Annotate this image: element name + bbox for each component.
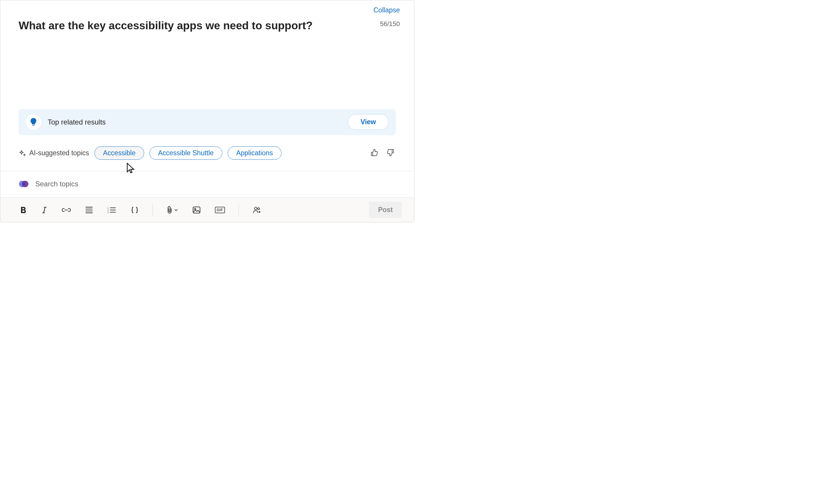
gif-button[interactable]: GIF xyxy=(213,205,227,215)
add-people-button[interactable] xyxy=(251,204,263,216)
italic-icon xyxy=(41,206,47,214)
viva-topics-icon xyxy=(19,179,29,189)
format-toolbar: 1 2 3 GIF Post xyxy=(0,197,414,222)
paperclip-icon xyxy=(166,206,173,214)
ai-suggested-label: AI-suggested topics xyxy=(19,149,89,157)
editor-body-area[interactable] xyxy=(0,32,414,109)
topic-chip-accessible[interactable]: Accessible xyxy=(94,146,144,160)
numbered-list-icon: 1 2 3 xyxy=(107,206,116,213)
link-icon xyxy=(62,206,71,213)
view-button[interactable]: View xyxy=(348,114,389,130)
collapse-link[interactable]: Collapse xyxy=(374,6,400,14)
attach-button[interactable] xyxy=(165,204,180,216)
code-button[interactable] xyxy=(129,204,140,216)
bullet-list-icon xyxy=(85,206,93,213)
image-button[interactable] xyxy=(191,204,202,215)
header-row: What are the key accessibility apps we n… xyxy=(0,14,414,32)
lightbulb-icon xyxy=(26,114,41,130)
ai-suggested-text: AI-suggested topics xyxy=(29,149,89,157)
chevron-down-icon xyxy=(174,208,178,211)
image-icon xyxy=(192,206,201,214)
numbered-list-button[interactable]: 1 2 3 xyxy=(106,205,118,215)
bullet-list-button[interactable] xyxy=(83,205,95,215)
question-title[interactable]: What are the key accessibility apps we n… xyxy=(19,20,380,32)
svg-point-9 xyxy=(258,208,259,209)
svg-text:3: 3 xyxy=(107,211,108,213)
italic-button[interactable] xyxy=(39,204,50,216)
thumbs-down-icon xyxy=(386,148,394,157)
compose-card: Collapse What are the key accessibility … xyxy=(0,0,414,223)
bold-button[interactable] xyxy=(18,204,29,216)
topic-chip-applications[interactable]: Applications xyxy=(228,146,282,160)
sparkle-icon xyxy=(19,149,26,157)
search-topics-input[interactable] xyxy=(35,179,396,189)
related-results-label: Top related results xyxy=(47,118,341,126)
svg-rect-6 xyxy=(193,207,200,213)
svg-text:1: 1 xyxy=(107,207,108,209)
svg-text:2: 2 xyxy=(107,209,108,211)
code-braces-icon xyxy=(131,206,139,214)
svg-rect-0 xyxy=(32,125,35,125)
bold-icon xyxy=(19,206,27,214)
svg-point-7 xyxy=(194,208,196,210)
thumbs-up-button[interactable] xyxy=(369,147,380,159)
top-row: Collapse xyxy=(0,0,414,14)
thumbs-up-icon xyxy=(370,148,379,157)
toolbar-separator-2 xyxy=(238,205,239,215)
topic-chip-accessible-shuttle[interactable]: Accessible Shuttle xyxy=(150,146,222,160)
people-add-icon xyxy=(253,206,261,214)
thumbs-down-button[interactable] xyxy=(385,147,396,159)
char-counter: 56/150 xyxy=(380,20,400,28)
gif-icon: GIF xyxy=(215,207,225,213)
svg-point-2 xyxy=(22,181,28,187)
post-button[interactable]: Post xyxy=(369,202,402,218)
search-topics-row xyxy=(0,171,414,197)
ai-topics-row: AI-suggested topics Accessible Accessibl… xyxy=(0,135,414,163)
related-results-box: Top related results View xyxy=(19,109,396,135)
link-button[interactable] xyxy=(60,205,72,215)
svg-point-8 xyxy=(254,207,257,210)
